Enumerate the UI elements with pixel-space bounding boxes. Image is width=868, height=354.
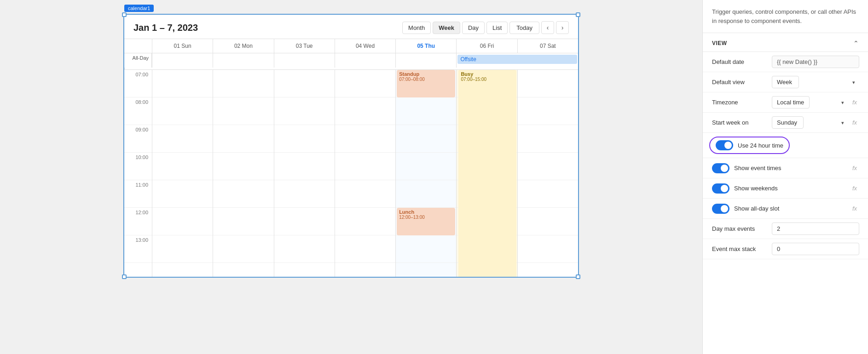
busy-event[interactable]: Busy 07:00–15:00 bbox=[458, 70, 516, 277]
time-cell bbox=[274, 125, 335, 153]
view-section-header: VIEW ⌃ bbox=[703, 33, 868, 52]
day-max-events-value bbox=[772, 223, 859, 235]
collapse-icon[interactable]: ⌃ bbox=[853, 40, 859, 47]
time-cell bbox=[335, 125, 395, 153]
time-cell bbox=[213, 125, 273, 153]
time-cell bbox=[274, 235, 335, 263]
default-date-row: Default date bbox=[703, 52, 868, 72]
show-event-times-fx-button[interactable]: fx bbox=[851, 164, 859, 172]
today-button[interactable]: Today bbox=[509, 22, 539, 34]
use-24-hour-toggle[interactable] bbox=[716, 140, 733, 150]
time-cell bbox=[396, 153, 456, 180]
time-cell bbox=[274, 97, 335, 125]
show-event-times-toggle[interactable] bbox=[712, 163, 729, 173]
time-cell bbox=[518, 208, 578, 235]
show-weekends-fx-button[interactable]: fx bbox=[851, 184, 859, 193]
timezone-label: Timezone bbox=[712, 99, 772, 106]
allday-cell-sat bbox=[124, 68, 152, 70]
time-cell bbox=[396, 125, 456, 153]
time-cell bbox=[396, 180, 456, 208]
standup-event-title: Standup bbox=[399, 71, 453, 77]
timezone-value: Local time UTC fx bbox=[772, 96, 859, 108]
view-month-button[interactable]: Month bbox=[402, 22, 431, 34]
time-body: 07:00 08:00 09:00 10:00 11:00 12:00 13:0… bbox=[124, 70, 578, 277]
resize-handle-tr[interactable] bbox=[576, 12, 580, 17]
panel-description: Trigger queries, control components, or … bbox=[703, 0, 868, 33]
time-cell bbox=[518, 125, 578, 153]
time-cell bbox=[518, 70, 578, 97]
default-date-input[interactable] bbox=[772, 56, 859, 68]
day-max-events-label: Day max events bbox=[712, 225, 772, 232]
day-header-mon: 02 Mon bbox=[213, 39, 273, 53]
prev-nav-button[interactable]: ‹ bbox=[541, 21, 554, 34]
time-cell bbox=[335, 153, 395, 180]
time-cell bbox=[213, 97, 273, 125]
view-week-button[interactable]: Week bbox=[433, 22, 460, 34]
default-view-label: Default view bbox=[712, 79, 772, 86]
calendar-wrapper: calendar1 Jan 1 – 7, 2023 Month Week Day… bbox=[123, 14, 579, 278]
time-label-1200: 12:00 bbox=[124, 208, 152, 235]
time-cell bbox=[213, 70, 273, 97]
time-cell bbox=[518, 235, 578, 263]
time-cell bbox=[152, 125, 213, 153]
show-weekends-toggle[interactable] bbox=[712, 183, 729, 194]
time-cell bbox=[335, 70, 395, 97]
show-weekends-row: Show weekends fx bbox=[703, 178, 868, 199]
default-date-value bbox=[772, 56, 859, 68]
start-week-on-select-wrapper: Sunday Monday bbox=[772, 116, 848, 129]
show-allday-slot-toggle[interactable] bbox=[712, 204, 729, 214]
timezone-select[interactable]: Local time UTC bbox=[772, 96, 810, 108]
view-list-button[interactable]: List bbox=[486, 22, 508, 34]
calendar-title: Jan 1 – 7, 2023 bbox=[133, 23, 198, 33]
start-week-on-value: Sunday Monday fx bbox=[772, 116, 859, 129]
standup-event[interactable]: Standup 07:00–08:00 bbox=[397, 70, 455, 97]
resize-handle-tl[interactable] bbox=[122, 12, 127, 17]
time-cell bbox=[274, 70, 335, 97]
day-column-wed bbox=[335, 70, 395, 277]
time-cell bbox=[152, 97, 213, 125]
lunch-event[interactable]: Lunch 12:00–13:00 bbox=[397, 208, 455, 235]
calendar-nav: Month Week Day List Today ‹ › bbox=[402, 21, 569, 34]
calendar-grid: 01 Sun 02 Mon 03 Tue 04 Wed 05 Thu 06 Fr… bbox=[124, 39, 578, 277]
default-date-label: Default date bbox=[712, 58, 772, 65]
day-column-sun bbox=[152, 70, 213, 277]
time-slots: 07:00 08:00 09:00 10:00 11:00 12:00 13:0… bbox=[124, 70, 152, 277]
start-week-on-select[interactable]: Sunday Monday bbox=[772, 116, 804, 129]
time-cell bbox=[152, 153, 213, 180]
busy-event-time: 07:00–15:00 bbox=[461, 77, 514, 82]
time-cell bbox=[213, 180, 273, 208]
time-cell bbox=[152, 70, 213, 97]
show-weekends-label: Show weekends bbox=[734, 185, 778, 192]
time-cell bbox=[213, 235, 273, 263]
day-max-events-input[interactable] bbox=[772, 223, 859, 235]
time-cell bbox=[518, 180, 578, 208]
next-nav-button[interactable]: › bbox=[556, 21, 569, 34]
view-section-title: VIEW bbox=[712, 40, 727, 46]
timezone-fx-button[interactable]: fx bbox=[851, 98, 859, 107]
time-cell bbox=[152, 208, 213, 235]
calendar-component-label: calendar1 bbox=[124, 5, 154, 12]
timezone-row: Timezone Local time UTC fx bbox=[703, 92, 868, 113]
day-column-mon bbox=[213, 70, 273, 277]
allday-cell-tue bbox=[274, 53, 335, 68]
time-cell bbox=[335, 97, 395, 125]
offsite-event[interactable]: Offsite bbox=[457, 55, 577, 64]
default-view-select[interactable]: Week Month Day List bbox=[772, 76, 799, 88]
view-day-button[interactable]: Day bbox=[462, 22, 485, 34]
allday-label: All-Day bbox=[124, 53, 152, 68]
event-max-stack-input[interactable] bbox=[772, 243, 859, 255]
show-allday-slot-label: Show all-day slot bbox=[734, 205, 779, 212]
start-week-on-fx-button[interactable]: fx bbox=[851, 118, 859, 127]
day-header-sun: 01 Sun bbox=[152, 39, 213, 53]
day-max-events-row: Day max events bbox=[703, 219, 868, 239]
time-cell bbox=[335, 235, 395, 263]
time-label-0800: 08:00 bbox=[124, 97, 152, 125]
use-24-hour-label: Use 24 hour time bbox=[738, 142, 783, 149]
day-header-thu: 05 Thu bbox=[395, 39, 456, 53]
show-allday-slot-fx-button[interactable]: fx bbox=[851, 204, 859, 213]
calendar-panel: calendar1 Jan 1 – 7, 2023 Month Week Day… bbox=[0, 0, 702, 354]
time-label-0900: 09:00 bbox=[124, 125, 152, 153]
start-week-on-label: Start week on bbox=[712, 119, 772, 126]
time-label-1100: 11:00 bbox=[124, 180, 152, 208]
time-header-cell bbox=[124, 39, 152, 53]
